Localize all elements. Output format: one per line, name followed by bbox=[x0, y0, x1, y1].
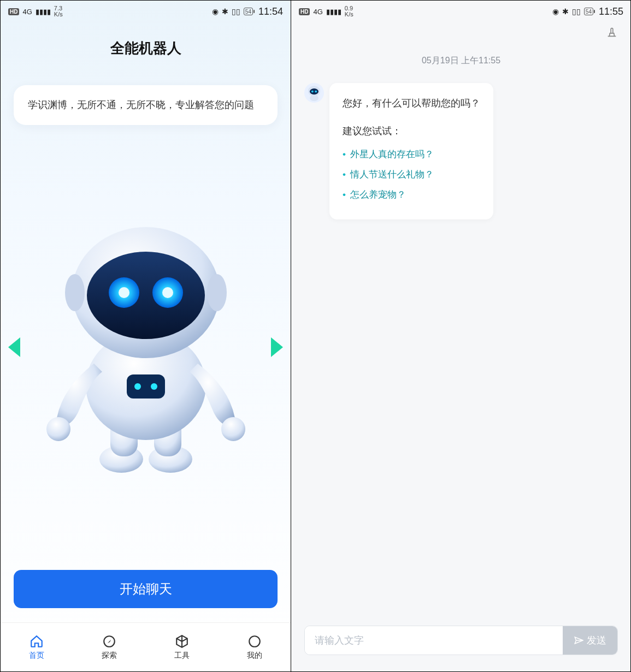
net-speed: 7.3 K/s bbox=[54, 5, 63, 17]
network-type: 4G bbox=[313, 8, 322, 16]
hd-badge: HD bbox=[299, 8, 310, 15]
bluetooth-icon: ✱ bbox=[562, 7, 569, 16]
send-label: 发送 bbox=[587, 634, 606, 647]
message-row: 您好，有什么可以帮助您的吗？ 建议您试试： 外星人真的存在吗？ 情人节送什么礼物… bbox=[291, 83, 631, 219]
cube-icon bbox=[175, 634, 189, 649]
carousel-prev-icon[interactable] bbox=[8, 337, 20, 357]
svg-point-8 bbox=[65, 274, 85, 311]
hd-badge: HD bbox=[8, 8, 19, 15]
bot-avatar bbox=[304, 83, 324, 103]
clock: 11:54 bbox=[258, 6, 283, 17]
vibrate-icon: ▯▯ bbox=[572, 7, 581, 16]
vibrate-icon: ▯▯ bbox=[232, 7, 240, 16]
svg-point-17 bbox=[151, 383, 157, 390]
chat-header bbox=[291, 22, 631, 44]
robot-illustration bbox=[42, 211, 250, 484]
bot-message-bubble: 您好，有什么可以帮助您的吗？ 建议您试试： 外星人真的存在吗？ 情人节送什么礼物… bbox=[329, 83, 493, 219]
svg-point-6 bbox=[221, 417, 245, 441]
svg-point-10 bbox=[87, 252, 205, 339]
send-icon bbox=[574, 635, 583, 645]
suggestion-item[interactable]: 外星人真的存在吗？ bbox=[343, 147, 480, 163]
status-bar-right: ◉ ✱ ▯▯ 54 11:54 bbox=[212, 6, 283, 17]
clear-chat-icon[interactable] bbox=[606, 26, 618, 40]
eye-icon: ◉ bbox=[552, 7, 559, 16]
compass-icon bbox=[102, 634, 116, 649]
robot-carousel bbox=[1, 130, 291, 564]
svg-point-22 bbox=[311, 91, 314, 93]
home-icon bbox=[30, 634, 44, 649]
svg-point-21 bbox=[310, 88, 319, 94]
chat-screen: HD 4G ▮▮▮▮ 0.9 K/s ◉ ✱ ▯▯ 54 11:55 05月19… bbox=[291, 1, 631, 671]
svg-point-16 bbox=[134, 383, 141, 390]
send-button[interactable]: 发送 bbox=[563, 626, 617, 655]
chat-input[interactable] bbox=[305, 626, 563, 655]
signal-icon: ▮▮▮▮ bbox=[326, 8, 341, 16]
carousel-next-icon[interactable] bbox=[271, 337, 283, 357]
svg-rect-15 bbox=[127, 374, 165, 399]
svg-point-24 bbox=[310, 95, 319, 101]
signal-icon: ▮▮▮▮ bbox=[36, 8, 51, 16]
nav-label: 首页 bbox=[29, 651, 44, 661]
nav-explore[interactable]: 探索 bbox=[73, 623, 146, 671]
page-title: 全能机器人 bbox=[1, 39, 291, 58]
bottom-nav: 首页 探索 工具 我的 bbox=[1, 622, 291, 671]
network-type: 4G bbox=[22, 8, 32, 16]
nav-label: 工具 bbox=[174, 651, 190, 661]
svg-point-14 bbox=[162, 287, 173, 298]
nav-label: 探索 bbox=[102, 651, 117, 661]
bluetooth-icon: ✱ bbox=[222, 7, 228, 16]
status-bar: HD 4G ▮▮▮▮ 7.3 K/s ◉ ✱ ▯▯ 54 11:54 bbox=[1, 1, 291, 22]
battery-percent: 54 bbox=[586, 9, 592, 15]
eye-icon: ◉ bbox=[212, 7, 219, 16]
input-wrap: 发送 bbox=[304, 626, 618, 655]
status-bar-left: HD 4G ▮▮▮▮ 0.9 K/s bbox=[299, 5, 353, 17]
suggestion-item[interactable]: 怎么养宠物？ bbox=[343, 187, 480, 203]
clock: 11:55 bbox=[599, 6, 623, 17]
battery-icon: 54 bbox=[244, 8, 253, 15]
circle-icon bbox=[247, 634, 262, 649]
input-bar: 发送 bbox=[291, 615, 631, 671]
nav-tools[interactable]: 工具 bbox=[146, 623, 219, 671]
nav-label: 我的 bbox=[247, 651, 262, 661]
net-speed: 0.9 K/s bbox=[345, 5, 353, 17]
nav-home[interactable]: 首页 bbox=[1, 623, 73, 671]
suggestion-item[interactable]: 情人节送什么礼物？ bbox=[343, 167, 480, 183]
home-screen: HD 4G ▮▮▮▮ 7.3 K/s ◉ ✱ ▯▯ 54 11:54 全能机器人… bbox=[1, 1, 291, 671]
svg-point-9 bbox=[207, 274, 227, 311]
try-label: 建议您试试： bbox=[343, 123, 480, 140]
status-bar-left: HD 4G ▮▮▮▮ 7.3 K/s bbox=[8, 5, 63, 17]
svg-point-23 bbox=[315, 91, 317, 93]
chat-timestamp: 05月19日 上午11:55 bbox=[291, 55, 631, 67]
start-chat-button[interactable]: 开始聊天 bbox=[14, 570, 278, 608]
suggestion-list: 外星人真的存在吗？ 情人节送什么礼物？ 怎么养宠物？ bbox=[343, 147, 480, 203]
greeting-text: 您好，有什么可以帮助您的吗？ bbox=[343, 95, 480, 112]
nav-mine[interactable]: 我的 bbox=[218, 623, 291, 671]
battery-icon: 54 bbox=[584, 8, 593, 15]
svg-point-5 bbox=[46, 417, 70, 441]
description-bubble: 学识渊博，无所不通，无所不晓，专业解答您的问题 bbox=[14, 85, 278, 125]
battery-percent: 54 bbox=[245, 9, 251, 15]
svg-point-19 bbox=[249, 636, 260, 647]
status-bar: HD 4G ▮▮▮▮ 0.9 K/s ◉ ✱ ▯▯ 54 11:55 bbox=[291, 1, 631, 22]
status-bar-right: ◉ ✱ ▯▯ 54 11:55 bbox=[552, 6, 623, 17]
svg-point-13 bbox=[119, 287, 129, 298]
